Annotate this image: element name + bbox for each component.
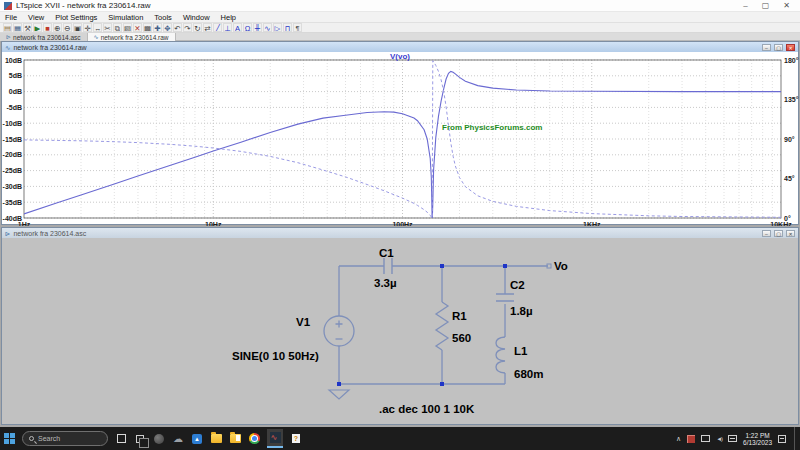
clock-time: 1:22 PM [743, 432, 772, 439]
toolbar-icon-resistor[interactable]: Ω [243, 23, 252, 32]
axis-tick-label: -35dB [3, 199, 22, 206]
toolbar-icon-save[interactable]: ▦ [13, 23, 22, 32]
minimize-icon[interactable]: – [743, 2, 747, 10]
toolbar-icon-diode[interactable]: ▷ [273, 23, 282, 32]
toolbar-icon-undo[interactable]: ↶ [173, 23, 182, 32]
menu-plot-settings[interactable]: Plot Settings [55, 13, 97, 22]
panel-minimize-icon[interactable]: – [762, 44, 771, 51]
search-icon [29, 436, 34, 441]
file-explorer-icon[interactable] [210, 433, 222, 445]
ltspice-taskbar-icon[interactable] [267, 429, 283, 448]
start-button-icon[interactable] [4, 433, 15, 444]
toolbar-icon-delete[interactable]: ✕ [133, 23, 142, 32]
chrome-icon[interactable] [248, 433, 260, 445]
menu-view[interactable]: View [28, 13, 44, 22]
schematic-panel-title: network fra 230614.asc [13, 230, 759, 237]
toolbar-icon-capacitor[interactable]: ╫ [253, 23, 262, 32]
axis-tick-label: 5dB [9, 72, 22, 79]
speaker-icon[interactable]: ◄) [716, 436, 722, 442]
toolbar-icon-open[interactable]: ▤ [3, 23, 12, 32]
hidden-icons-chevron-icon[interactable]: ∧ [676, 435, 681, 443]
schematic-panel-titlebar[interactable]: ⊳ network fra 230614.asc – ▢ ✕ [2, 228, 798, 238]
voltage-source-v1[interactable] [324, 316, 354, 346]
panel-close-icon[interactable]: ✕ [786, 44, 795, 51]
maximize-icon[interactable]: ▢ [762, 2, 770, 10]
toolbar-icon-zoom-out[interactable]: ⊖ [63, 23, 72, 32]
photos-icon[interactable]: ▲ [191, 433, 203, 445]
label-c2-value[interactable]: 1.8µ [510, 305, 533, 317]
toolbar-icon-component[interactable]: ⊓ [283, 23, 292, 32]
toolbar-icon-rotate[interactable]: ↻ [193, 23, 202, 32]
label-l1-value[interactable]: 680m [514, 368, 543, 380]
toolbar-icon-zoom-full[interactable]: ▣ [73, 23, 82, 32]
toolbar-icon-zoom-in[interactable]: ⊕ [53, 23, 62, 32]
documents-folder-icon[interactable] [229, 433, 241, 445]
toolbar-icon-control-panel[interactable]: ⚒ [23, 23, 32, 32]
toolbar-icon-label-net[interactable]: A [233, 23, 242, 32]
wire-nodes [337, 264, 507, 386]
toolbar-icon-move[interactable]: ✚ [153, 23, 162, 32]
menu-window[interactable]: Window [183, 13, 210, 22]
onedrive-icon[interactable]: ☁ [172, 433, 184, 445]
label-v1-value[interactable]: SINE(0 10 50Hz) [232, 350, 319, 362]
toolbar-icon-spice-directive[interactable]: ¶ [293, 23, 302, 32]
window-stack-icon[interactable] [134, 433, 146, 445]
tab-waveform[interactable]: ∿ network fra 230614.raw [88, 33, 176, 41]
notifications-icon[interactable] [778, 435, 786, 443]
toolbar-icon-redo[interactable]: ↷ [183, 23, 192, 32]
show-desktop-button[interactable] [794, 427, 796, 450]
toolbar-icon-mirror[interactable]: ⇄ [203, 23, 212, 32]
label-l1-name[interactable]: L1 [514, 345, 528, 357]
search-input[interactable]: Search [22, 431, 108, 446]
toolbar-icon-cut[interactable]: ✂ [103, 23, 112, 32]
label-r1-value[interactable]: 560 [452, 332, 471, 344]
task-view-icon[interactable] [115, 433, 127, 445]
resistor-r1[interactable] [436, 302, 448, 350]
toolbar-icon-autorange[interactable]: ↔ [93, 23, 102, 32]
menu-tools[interactable]: Tools [154, 13, 172, 22]
capacitor-c2[interactable] [496, 294, 514, 301]
menu-help[interactable]: Help [221, 13, 236, 22]
label-r1-name[interactable]: R1 [452, 310, 467, 322]
panel-close-icon[interactable]: ✕ [786, 230, 795, 237]
axis-tick-label: -20dB [3, 151, 22, 158]
keyboard-icon[interactable] [728, 435, 737, 442]
monitor-icon[interactable] [701, 435, 710, 442]
capacitor-c1[interactable] [384, 258, 392, 274]
waveform-panel-titlebar[interactable]: ∿ network fra 230614.raw – ▢ ✕ [2, 42, 798, 52]
label-c1-name[interactable]: C1 [379, 247, 394, 259]
tab-schematic[interactable]: ⊳ network fra 230614.asc [0, 33, 88, 41]
close-icon[interactable]: ✕ [783, 2, 790, 10]
ground-symbol[interactable] [329, 390, 349, 399]
toolbar-icon-run[interactable]: ▶ [33, 23, 42, 32]
help-app-icon[interactable]: ? [290, 433, 302, 445]
menu-simulation[interactable]: Simulation [108, 13, 143, 22]
inductor-l1[interactable] [496, 337, 505, 373]
toolbar-icon-wire[interactable]: ╱ [213, 23, 222, 32]
toolbar-icon-copy[interactable]: ⧉ [113, 23, 122, 32]
window-titlebar: LTspice XVII - network fra 230614.raw – … [0, 0, 800, 12]
toolbar-icon-paste[interactable]: ▧ [123, 23, 132, 32]
label-port-vo[interactable]: Vo [554, 260, 568, 272]
panel-restore-icon[interactable]: ▢ [774, 44, 783, 51]
toolbar-icon-duplicate[interactable]: ▩ [143, 23, 152, 32]
toolbar-icon-inductor[interactable]: ∿ [263, 23, 272, 32]
label-v1-name[interactable]: V1 [296, 316, 311, 328]
panel-minimize-icon[interactable]: – [762, 230, 771, 237]
axis-tick-label: 10KHz [770, 221, 792, 226]
label-ac-directive[interactable]: .ac dec 100 1 10K [379, 403, 475, 415]
browser-circle-icon[interactable] [153, 433, 165, 445]
label-c2-name[interactable]: C2 [510, 279, 525, 291]
system-tray: ∧ ◄) 1:22 PM 6/13/2023 [676, 427, 796, 450]
taskbar-clock[interactable]: 1:22 PM 6/13/2023 [743, 432, 772, 446]
toolbar-icon-pan[interactable]: ✛ [83, 23, 92, 32]
tray-red-app-icon[interactable] [687, 435, 695, 443]
axis-tick-label: 0dB [9, 88, 22, 95]
panel-restore-icon[interactable]: ▢ [774, 230, 783, 237]
toolbar-icon-halt[interactable]: ■ [43, 23, 52, 32]
trace-legend[interactable]: V(vo) [2, 52, 798, 61]
label-c1-value[interactable]: 3.3µ [374, 277, 397, 289]
toolbar-icon-drag[interactable]: ✥ [163, 23, 172, 32]
menu-file[interactable]: File [5, 13, 17, 22]
toolbar-icon-ground[interactable]: ⊥ [223, 23, 232, 32]
